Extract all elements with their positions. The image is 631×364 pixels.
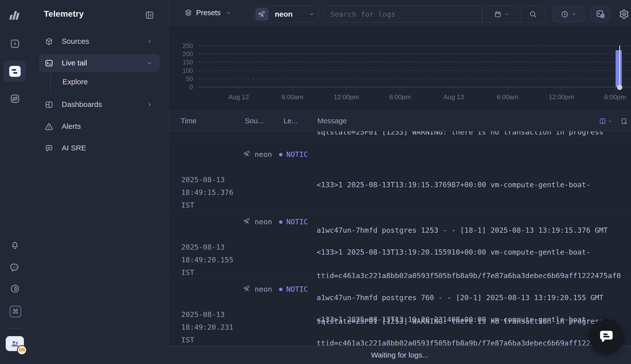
x-axis-tick-label: 12:00pm <box>329 93 364 101</box>
x-axis-tick-label: Aug 13 <box>436 93 471 101</box>
sliders-square-icon[interactable] <box>10 94 20 104</box>
search-input[interactable] <box>325 6 482 22</box>
chevron-down-icon <box>147 60 152 66</box>
log-timestamp: 2025-08-1318:49:20.231IST <box>181 283 233 346</box>
y-axis-tick-label: 250 <box>169 42 193 50</box>
search-icon <box>529 10 537 18</box>
log-source: neon <box>255 148 272 161</box>
logs-icon <box>9 66 21 77</box>
presets-button[interactable]: Presets <box>184 0 231 26</box>
x-axis-tick <box>561 88 561 90</box>
chevron-down-icon <box>572 12 576 16</box>
level-dot <box>279 288 282 291</box>
page-title: Telemetry <box>44 9 84 19</box>
columns-icon[interactable] <box>599 118 606 124</box>
tree-indent-line <box>50 73 51 92</box>
telescope-icon <box>258 10 266 18</box>
y-axis-tick-label: 100 <box>169 67 193 74</box>
bolt-square-icon[interactable] <box>10 39 20 49</box>
sidebar-item-live-tail[interactable]: Live tail <box>39 54 160 72</box>
x-axis-tick <box>615 88 615 90</box>
chevron-down-icon <box>309 12 314 17</box>
logo-mark <box>8 10 22 20</box>
gridline <box>198 78 630 79</box>
x-axis-line <box>198 87 630 87</box>
time-range-button[interactable] <box>552 6 585 22</box>
telescope-icon <box>243 285 250 292</box>
table-header: Time Sou... Le... Message <box>169 110 631 131</box>
sidebar-item-explore[interactable]: Explore <box>63 78 88 86</box>
chevron-right-icon <box>147 102 152 108</box>
sidebar-item-label: Dashboards <box>62 100 102 109</box>
table-footer: Waiting for logs... <box>169 346 631 364</box>
gridline <box>198 62 630 62</box>
y-axis-tick-label: 50 <box>169 75 193 82</box>
column-header-message[interactable]: Message <box>317 117 347 125</box>
bell-icon[interactable] <box>10 240 20 250</box>
add-column-icon[interactable] <box>620 117 628 125</box>
live-cursor-dot <box>617 85 622 90</box>
x-axis-tick <box>292 88 293 90</box>
sidebar-item-ai-sre[interactable]: AI SRE <box>30 140 168 156</box>
y-axis-tick-label: 0 <box>169 84 193 91</box>
y-axis-tick-label: 150 <box>169 59 193 66</box>
sidebar-item-label: Alerts <box>62 122 81 130</box>
chevron-right-icon <box>147 39 152 44</box>
log-message: sqlstate=25P01 [1253] WARNING: there is … <box>317 131 603 136</box>
x-axis-tick <box>238 88 239 90</box>
x-axis-tick <box>454 88 454 90</box>
log-row[interactable]: 2025-08-1318:49:20.155IST neon NOTIC <13… <box>169 211 631 278</box>
chat-fab[interactable] <box>589 319 623 353</box>
rail-item-logs-active[interactable] <box>4 60 26 82</box>
chat-dots-icon[interactable] <box>10 262 20 272</box>
gear-icon[interactable] <box>619 9 629 20</box>
live-cursor-line <box>619 46 620 88</box>
log-row[interactable]: 2025-08-1318:49:15.376IST neon NOTIC <13… <box>169 144 631 211</box>
log-message: <133>1 2025-08-13T13:19:20.231408+00:00 … <box>317 282 631 346</box>
telescope-icon <box>243 150 250 157</box>
message-lines-icon <box>45 144 53 152</box>
log-level: NOTIC <box>286 283 308 296</box>
dashboard-icon <box>45 100 53 109</box>
sidebar-item-alerts[interactable]: Alerts <box>30 118 168 135</box>
date-range-button[interactable] <box>482 6 521 22</box>
alert-triangle-icon <box>45 122 53 131</box>
x-axis-tick-label: 6:00am <box>490 93 525 101</box>
column-header-level[interactable]: Le... <box>283 117 297 125</box>
presets-label: Presets <box>196 9 220 17</box>
rail-divider <box>8 328 22 329</box>
contrast-icon[interactable] <box>10 284 20 294</box>
clipped-log-row[interactable]: sqlstate=25P01 [1253] WARNING: there is … <box>169 131 631 144</box>
source-chip <box>255 8 268 21</box>
x-axis-tick-label: 6:00pm <box>383 93 417 101</box>
sidebar-item-dashboards[interactable]: Dashboards <box>30 96 168 113</box>
sidebar-item-label: Live tail <box>62 59 87 67</box>
sidebar-item-label: AI SRE <box>62 144 86 152</box>
code-terminal-button[interactable] <box>590 6 610 22</box>
log-row[interactable]: 2025-08-1318:49:20.231IST neon NOTIC <13… <box>169 278 631 346</box>
chevron-down-icon <box>226 10 231 16</box>
panel-collapse-icon[interactable] <box>145 10 154 20</box>
x-axis-tick <box>346 88 347 90</box>
log-volume-bar[interactable] <box>615 50 622 87</box>
search-submit-button[interactable] <box>521 6 545 22</box>
chart[interactable]: 050100150200250Aug 126:00am12:00pm6:00pm… <box>169 26 631 110</box>
chevron-down-icon <box>505 12 509 16</box>
column-header-time[interactable]: Time <box>181 117 196 125</box>
chevron-down-icon[interactable] <box>608 119 612 123</box>
column-header-source[interactable]: Sou... <box>245 117 264 125</box>
sidebar-item-sources[interactable]: Sources <box>30 33 168 50</box>
package-icon <box>45 37 53 46</box>
command-icon[interactable]: ⌘ <box>10 306 21 317</box>
source-selector[interactable]: neon <box>253 6 319 22</box>
level-dot <box>279 220 282 224</box>
topbar: Presets neon <box>169 0 631 26</box>
layers-icon <box>184 9 192 17</box>
search-bar <box>325 6 545 22</box>
gridline <box>198 54 630 54</box>
x-axis-tick-label: 6:00am <box>275 93 310 101</box>
x-axis-tick <box>400 88 400 90</box>
icon-rail: ⌘ DR <box>0 0 30 364</box>
sidebar-item-label: Sources <box>62 37 89 46</box>
x-axis-tick-label: 6:00pm <box>598 93 631 101</box>
